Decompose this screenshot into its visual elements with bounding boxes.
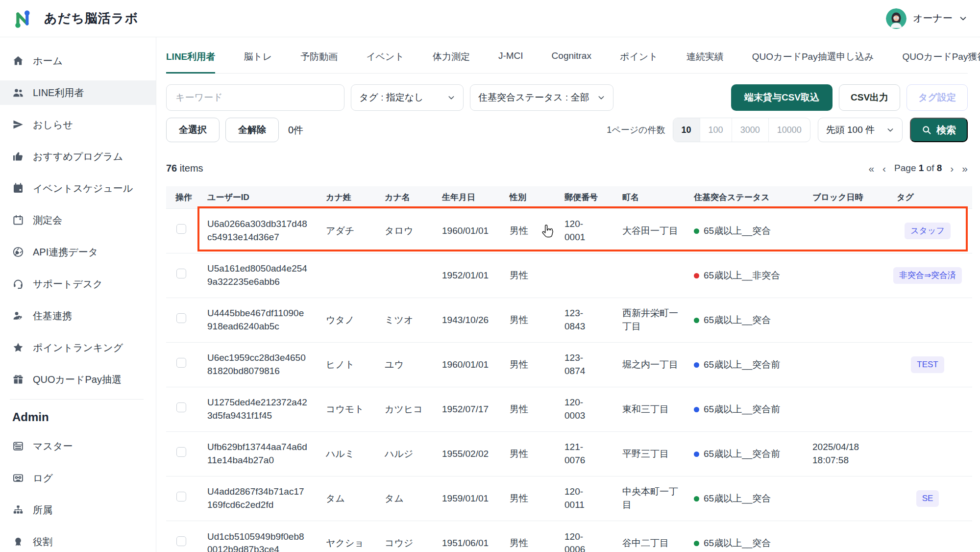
page-size-segmented-control: 10100300010000 (673, 118, 810, 142)
keyword-input[interactable] (166, 84, 344, 111)
table-row[interactable]: U4add2867f34b71ac17169fcd6c2ed2fdタムタム195… (166, 477, 972, 521)
prev-page-button[interactable]: ‹ (882, 163, 886, 174)
kana-last-cell: ヒノト (316, 343, 375, 387)
tab-J-MCI[interactable]: J-MCI (498, 50, 523, 73)
tab-イベント[interactable]: イベント (366, 50, 404, 73)
tag-settings-button[interactable]: タグ設定 (906, 84, 968, 111)
page-size-option[interactable]: 100 (700, 118, 732, 142)
table-row[interactable]: U6a0266a303db317d48c54913e14d36e7アダチタロウ1… (166, 209, 972, 253)
tab-予防動画[interactable]: 予防動画 (300, 50, 338, 73)
status-badge: 65歳以上__非突合 (694, 269, 799, 282)
postal-code-cell: 123-0874 (555, 343, 612, 387)
person-gear-icon (12, 310, 24, 322)
block-datetime-cell (803, 477, 887, 521)
block-datetime-cell (803, 387, 887, 432)
tag-filter-dropdown[interactable]: タグ : 指定なし (351, 84, 464, 111)
row-select-cell (166, 343, 197, 387)
fetch-limit-dropdown[interactable]: 先頭 100 件 (818, 118, 903, 142)
chevron-down-icon (886, 126, 894, 134)
block-datetime-cell: 2025/04/18 18:07:58 (803, 432, 887, 477)
town-cell: 堀之内一丁目 (612, 343, 684, 387)
search-button[interactable]: 検索 (910, 118, 968, 142)
sidebar-item-api-plug[interactable]: API連携データ (0, 240, 156, 264)
column-header: 住基突合ステータス (684, 186, 803, 209)
sidebar-item-headset[interactable]: サポートデスク (0, 272, 156, 296)
sidebar-nav: ホームLINE利用者おしらせおすすめプログラムイベントスケジュール測定会API連… (0, 49, 156, 392)
app-header: あだち脳活ラボ オーナー (0, 0, 980, 37)
gender-cell: 男性 (500, 387, 555, 432)
page-size-option[interactable]: 10000 (768, 118, 810, 142)
sidebar-item-calendar-outline[interactable]: 測定会 (0, 208, 156, 232)
row-checkbox[interactable] (176, 358, 186, 368)
table-row[interactable]: U5a161ed8050ad4e2549a322235e6abb61952/01… (166, 253, 972, 298)
birth-date-cell: 1960/01/01 (432, 209, 500, 253)
postal-code-cell: 120-0003 (555, 387, 612, 432)
status-badge: 65歳以上__突合 (694, 225, 799, 238)
last-page-button[interactable]: » (962, 163, 968, 174)
tab-LINE利用者[interactable]: LINE利用者 (166, 50, 215, 74)
kana-first-cell: ミツオ (375, 298, 432, 343)
sidebar-item-home[interactable]: ホーム (0, 49, 156, 73)
sidebar-item-send[interactable]: おしらせ (0, 112, 156, 137)
birth-date-cell: 1951/06/01 (432, 521, 500, 552)
page-indicator: Page 1 of 8 (894, 163, 942, 174)
status-badge: 65歳以上__突合 (694, 537, 799, 550)
row-checkbox[interactable] (176, 224, 186, 234)
tab-bar: LINE利用者脳トレ予防動画イベント体力測定J-MCICognitraxポイント… (166, 37, 968, 74)
home-icon (12, 55, 24, 67)
table-row[interactable]: U1275ded4e212372a423d5fa9431f1f45コウモトカツヒ… (166, 387, 972, 432)
tab-QUOカードPay抽選申し込み[interactable]: QUOカードPay抽選申し込み (752, 50, 874, 73)
next-page-button[interactable]: › (950, 163, 954, 174)
sidebar-item-star[interactable]: ポイントランキング (0, 335, 156, 360)
row-checkbox[interactable] (176, 402, 186, 412)
row-checkbox[interactable] (176, 313, 186, 323)
tab-連続実績[interactable]: 連続実績 (686, 50, 724, 73)
sidebar-item-server[interactable]: マスター (0, 434, 156, 458)
sidebar-item-label: ホーム (33, 54, 63, 68)
row-select-cell (166, 209, 197, 253)
row-select-cell (166, 477, 197, 521)
sidebar-item-users[interactable]: LINE利用者 (0, 80, 156, 105)
tag-pill: スタッフ (905, 223, 951, 239)
row-checkbox[interactable] (176, 536, 186, 546)
tab-体力測定[interactable]: 体力測定 (433, 50, 470, 73)
table-row[interactable]: U6ec1959cc28d3e465081820bd8079816ヒノトユウ19… (166, 343, 972, 387)
sidebar-item-label: 役割 (33, 535, 52, 549)
calendar-outline-icon (12, 214, 24, 226)
export-csv-button[interactable]: CSV出力 (839, 84, 900, 111)
first-page-button[interactable]: « (868, 163, 874, 174)
kana-first-cell: ハルジ (375, 432, 432, 477)
table-row[interactable]: U4445bbe467df11090e918ead6240ab5cウタノミツオ1… (166, 298, 972, 343)
sidebar-item-thumbs-up[interactable]: おすすめプログラム (0, 144, 156, 169)
page-size-option[interactable]: 10 (673, 118, 700, 142)
tag-cell: SE (887, 477, 972, 521)
status-label: 65歳以上__突合 (704, 492, 771, 505)
sidebar-item-person-gear[interactable]: 住基連携 (0, 303, 156, 328)
tab-ポイント[interactable]: ポイント (620, 50, 658, 73)
clear-all-button[interactable]: 全解除 (225, 118, 279, 142)
tab-Cognitrax[interactable]: Cognitrax (552, 50, 591, 73)
sidebar-item-log[interactable]: ログ (0, 466, 156, 490)
tab-QUOカードPay獲得[interactable]: QUOカードPay獲得 (903, 50, 980, 73)
gender-cell: 男性 (500, 477, 555, 521)
row-checkbox[interactable] (176, 492, 186, 502)
row-checkbox[interactable] (176, 447, 186, 457)
select-all-button[interactable]: 全選択 (166, 118, 220, 142)
sidebar-item-gift[interactable]: QUOカードPay抽選 (0, 367, 156, 392)
tab-脳トレ[interactable]: 脳トレ (244, 50, 272, 73)
sidebar-item-badge[interactable]: 役割 (0, 529, 156, 552)
table-row[interactable]: Ufb629bf13744aa74a6d11e14ba4b27a0ハルミハルジ1… (166, 432, 972, 477)
table-row[interactable]: Ud1cb5105949b9f0eb80012b9d87b3ce4ヤクショコウジ… (166, 521, 972, 552)
status-filter-dropdown[interactable]: 住基突合ステータス : 全部 (470, 84, 613, 111)
status-cell: 65歳以上__突合前 (684, 343, 803, 387)
page-size-option[interactable]: 3000 (732, 118, 768, 142)
status-label: 65歳以上__突合 (704, 537, 771, 550)
row-checkbox[interactable] (176, 269, 186, 278)
status-filter-value: 住基突合ステータス : 全部 (478, 91, 589, 104)
import-csv-button[interactable]: 端末貸与CSV取込 (731, 84, 833, 111)
sidebar-item-calendar-filled[interactable]: イベントスケジュール (0, 176, 156, 201)
tag-cell: 非突合⇒突合済 (887, 253, 972, 298)
status-cell: 65歳以上__突合前 (684, 432, 803, 477)
user-menu[interactable]: オーナー (886, 8, 967, 29)
sidebar-item-org-chart[interactable]: 所属 (0, 498, 156, 522)
